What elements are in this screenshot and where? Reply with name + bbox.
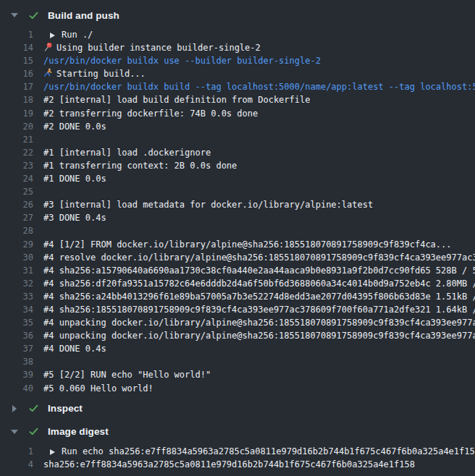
line-text: #4 unpacking docker.io/library/alpine@sh…: [43, 329, 475, 342]
log-line: 30 #4 resolve docker.io/library/alpine@s…: [0, 251, 475, 264]
log-section: Inspect: [0, 401, 475, 417]
log-line: 33 #4 sha256:a24bb4013296f61e89ba57005a7…: [0, 290, 475, 303]
line-text: #2 [internal] load build definition from…: [43, 93, 310, 106]
line-text: #4 resolve docker.io/library/alpine@sha2…: [43, 251, 475, 264]
line-number[interactable]: 16: [0, 67, 33, 80]
line-text-content: #4 resolve docker.io/library/alpine@sha2…: [43, 252, 475, 263]
line-number[interactable]: 34: [0, 303, 33, 316]
section-header[interactable]: Inspect: [0, 401, 475, 417]
line-number[interactable]: 27: [0, 211, 33, 224]
line-number[interactable]: 14: [0, 41, 33, 54]
line-text: /usr/bin/docker buildx use --builder bui…: [43, 54, 321, 67]
log-line: 23 #1 transferring context: 2B 0.0s done: [0, 159, 475, 172]
section-lines: 1 Run ./ 14 Using builder instance build…: [0, 28, 475, 395]
line-text: #4 unpacking docker.io/library/alpine@sh…: [43, 316, 475, 329]
line-text: #4 [1/2] FROM docker.io/library/alpine@s…: [43, 238, 452, 251]
line-number[interactable]: 32: [0, 277, 33, 290]
line-number[interactable]: 23: [0, 159, 33, 172]
line-number[interactable]: 40: [0, 382, 33, 395]
line-text-content: #4 DONE 0.4s: [43, 344, 106, 354]
line-number[interactable]: 22: [0, 146, 33, 159]
line-text-content: #3 DONE 0.4s: [43, 213, 106, 223]
line-text-content: #2 transferring dockerfile: 74B 0.0s don…: [43, 109, 258, 119]
log-line: 15 /usr/bin/docker buildx use --builder …: [0, 54, 475, 67]
line-text: #1 DONE 0.0s: [43, 172, 106, 185]
line-number[interactable]: 18: [0, 93, 33, 106]
line-number[interactable]: 39: [0, 368, 33, 381]
line-number[interactable]: 33: [0, 290, 33, 303]
line-number[interactable]: 28: [0, 224, 33, 237]
line-number[interactable]: 38: [0, 355, 33, 368]
section-label: Build and push: [48, 10, 119, 21]
line-number[interactable]: 17: [0, 80, 33, 93]
log-line: 24 #1 DONE 0.0s: [0, 172, 475, 185]
line-text-content: #2 [internal] load build definition from…: [43, 95, 310, 105]
line-number[interactable]: 30: [0, 251, 33, 264]
log-section: Image digest 1 Run echo sha256:e7ff8834a…: [0, 424, 475, 471]
line-text: #4 DONE 0.4s: [43, 342, 106, 355]
run-expander-triangle-icon[interactable]: [50, 33, 55, 38]
line-number[interactable]: 37: [0, 342, 33, 355]
pushpin-icon: [43, 42, 53, 51]
line-number[interactable]: 26: [0, 198, 33, 211]
log-line: 19 #2 transferring dockerfile: 74B 0.0s …: [0, 107, 475, 120]
line-number[interactable]: 1: [0, 445, 33, 458]
line-number[interactable]: 19: [0, 107, 33, 120]
line-text-content: Run ./: [62, 30, 93, 40]
chevron-right-icon[interactable]: [10, 405, 19, 412]
log-line: 1 Run ./: [0, 28, 475, 41]
line-text-content: #5 0.060 Hello world!: [43, 383, 154, 394]
section-header[interactable]: Build and push: [0, 7, 475, 23]
line-text: /usr/bin/docker buildx build --tag local…: [43, 80, 475, 93]
line-text: #3 DONE 0.4s: [43, 211, 106, 224]
line-text-content: #5 [2/2] RUN echo "Hello world!": [43, 370, 211, 380]
line-text-content: Using builder instance builder-single-2: [56, 43, 261, 53]
run-expander-triangle-icon[interactable]: [50, 449, 55, 455]
line-text-content: #4 sha256:185518070891758909c9f839cf4ca3…: [43, 305, 475, 315]
section-lines: 1 Run echo sha256:e7ff8834a5963a2785c5a0…: [0, 445, 475, 471]
line-number[interactable]: 20: [0, 120, 33, 133]
line-text: #4 sha256:a15790640a6690aa1730c38cf0a440…: [43, 264, 475, 277]
line-text: #3 [internal] load metadata for docker.i…: [43, 198, 373, 211]
log-line: 14 Using builder instance builder-single…: [0, 41, 475, 54]
line-number[interactable]: 1: [0, 28, 33, 41]
log-line: 4 sha256:e7ff8834a5963a2785c5a0811e979d1…: [0, 458, 475, 471]
log-line: 36 #4 unpacking docker.io/library/alpine…: [0, 329, 475, 342]
line-number[interactable]: 4: [0, 458, 33, 471]
log-line: 26 #3 [internal] load metadata for docke…: [0, 198, 475, 211]
log-line: 37 #4 DONE 0.4s: [0, 342, 475, 355]
line-text-content: /usr/bin/docker buildx use --builder bui…: [43, 56, 321, 66]
line-number[interactable]: 21: [0, 133, 33, 146]
line-number[interactable]: 24: [0, 172, 33, 185]
line-number[interactable]: 36: [0, 329, 33, 342]
line-text: #1 transferring context: 2B 0.0s done: [43, 159, 237, 172]
line-text: #4 sha256:a24bb4013296f61e89ba57005a7b3e…: [43, 290, 475, 303]
line-number[interactable]: 29: [0, 238, 33, 251]
log-line: 39 #5 [2/2] RUN echo "Hello world!": [0, 368, 475, 381]
log-line: 29 #4 [1/2] FROM docker.io/library/alpin…: [0, 238, 475, 251]
line-text-content: #4 unpacking docker.io/library/alpine@sh…: [43, 331, 475, 341]
line-text-content: #1 DONE 0.0s: [43, 174, 106, 184]
line-number[interactable]: 31: [0, 264, 33, 277]
line-text-content: sha256:e7ff8834a5963a2785c5a0811e979d16b…: [43, 459, 415, 469]
line-text-content: #4 [1/2] FROM docker.io/library/alpine@s…: [43, 239, 452, 250]
check-success-icon: [28, 403, 39, 414]
log-line: 34 #4 sha256:185518070891758909c9f839cf4…: [0, 303, 475, 316]
log-line: 21: [0, 133, 475, 146]
line-text-content: #4 sha256:df20fa9351a15782c64e6dddb2d4a6…: [43, 279, 475, 289]
line-number[interactable]: 35: [0, 316, 33, 329]
section-header[interactable]: Image digest: [0, 424, 475, 440]
line-text-content: #2 DONE 0.0s: [43, 122, 106, 132]
log-line: 25: [0, 185, 475, 198]
line-number[interactable]: 15: [0, 54, 33, 67]
chevron-down-icon[interactable]: [10, 13, 19, 17]
line-number[interactable]: 25: [0, 185, 33, 198]
chevron-down-icon[interactable]: [10, 430, 19, 434]
log-line: 40 #5 0.060 Hello world!: [0, 382, 475, 395]
log-section: Build and push 1 Run ./ 14 Using builder…: [0, 7, 475, 395]
log-line: 32 #4 sha256:df20fa9351a15782c64e6dddb2d…: [0, 277, 475, 290]
line-text-content: #4 sha256:a15790640a6690aa1730c38cf0a440…: [43, 265, 475, 276]
log-line: 18 #2 [internal] load build definition f…: [0, 93, 475, 106]
line-text-content: #1 [internal] load .dockerignore: [43, 148, 211, 158]
log-line: 20 #2 DONE 0.0s: [0, 120, 475, 133]
